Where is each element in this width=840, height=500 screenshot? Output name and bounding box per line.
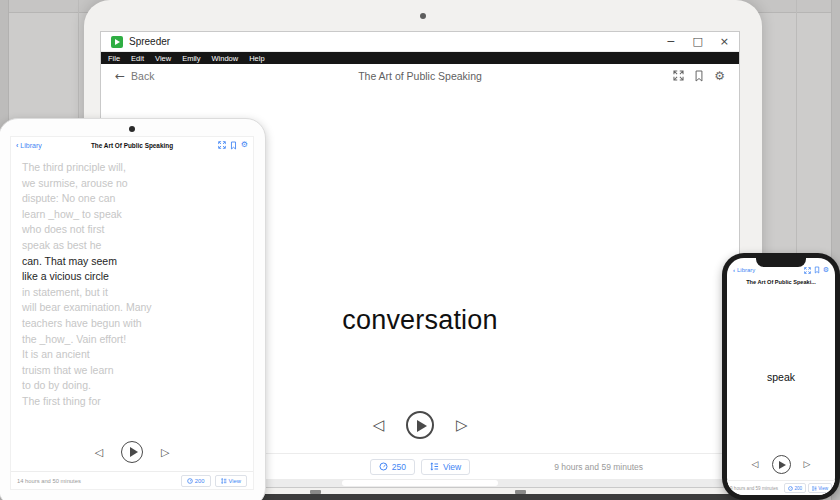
- view-label: View: [229, 478, 241, 484]
- library-label: Library: [737, 267, 755, 273]
- text-line: The third principle will,: [22, 160, 242, 176]
- laptop-foot: [515, 490, 526, 494]
- menu-item-file[interactable]: File: [108, 54, 120, 63]
- settings-gear-icon[interactable]: ⚙: [823, 267, 829, 274]
- fullscreen-icon[interactable]: [673, 70, 684, 81]
- menu-item-edit[interactable]: Edit: [131, 54, 144, 63]
- time-remaining: 14 hours and 50 minutes: [17, 478, 81, 484]
- settings-gear-icon[interactable]: ⚙: [714, 70, 725, 82]
- text-line: The first thing for: [22, 394, 242, 410]
- menu-item-emily[interactable]: Emily: [182, 54, 200, 63]
- text-line: truism that we learn: [22, 363, 242, 379]
- back-button[interactable]: ← Back: [115, 69, 154, 83]
- tablet-header-icons: ⚙: [218, 141, 248, 150]
- view-label: View: [443, 462, 461, 472]
- view-label: View: [818, 486, 828, 491]
- view-button[interactable]: View: [808, 483, 832, 493]
- phone-playback-controls: ◁ ▷: [727, 455, 835, 474]
- chevron-left-icon: ‹: [733, 267, 735, 273]
- text-line: speak as best he: [22, 238, 242, 254]
- menu-item-window[interactable]: Window: [212, 54, 239, 63]
- previous-icon[interactable]: ◁: [95, 447, 103, 458]
- bookmark-icon[interactable]: [230, 141, 237, 150]
- phone-header-icons: ⚙: [804, 266, 829, 274]
- play-icon[interactable]: [121, 441, 143, 463]
- next-icon[interactable]: ▷: [804, 460, 811, 469]
- bookmark-icon[interactable]: [814, 266, 820, 274]
- reader-header: ← Back The Art of Public Speaking ⚙: [101, 64, 739, 87]
- tablet-document-title: The Art Of Public Speaking: [11, 142, 253, 149]
- previous-icon[interactable]: ◁: [752, 460, 759, 469]
- text-line: It is an ancient: [22, 347, 242, 363]
- view-mode-icon: [812, 486, 817, 491]
- text-line: like a vicious circle: [22, 269, 242, 285]
- backdrop-seam-left: [78, 0, 79, 120]
- text-line: to do by doing.: [22, 378, 242, 394]
- view-button[interactable]: View: [215, 475, 247, 487]
- play-icon[interactable]: [772, 455, 791, 474]
- footer-buttons: 250 View: [370, 459, 470, 475]
- speed-button[interactable]: 200: [784, 483, 806, 493]
- laptop-foot: [310, 490, 321, 494]
- text-line: teachers have begun with: [22, 316, 242, 332]
- footer-buttons: 200 View: [181, 475, 247, 487]
- phone-document-title: The Art Of Public Speaki...: [727, 279, 835, 285]
- document-title: The Art of Public Speaking: [101, 70, 739, 82]
- bookmark-icon[interactable]: [694, 70, 704, 82]
- play-icon[interactable]: [406, 411, 434, 439]
- minimize-button[interactable]: −: [666, 36, 675, 47]
- chevron-left-icon: ‹: [16, 142, 18, 149]
- tablet-text: The third principle will,we surmise, aro…: [11, 153, 253, 410]
- speed-button[interactable]: 200: [181, 475, 211, 487]
- speedometer-icon: [379, 462, 388, 471]
- phone-device: ‹ Library ⚙ The Art Of Public Speaki... …: [722, 253, 840, 500]
- next-icon[interactable]: ▷: [161, 447, 169, 458]
- view-mode-icon: [221, 478, 227, 484]
- time-remaining: 9 hours and 59 minutes: [730, 486, 778, 491]
- fullscreen-icon[interactable]: [218, 141, 226, 149]
- menu-bar: File Edit View Emily Window Help: [101, 52, 739, 64]
- back-label: Back: [131, 70, 154, 82]
- view-mode-icon: [430, 462, 439, 471]
- text-line: in statement, but it: [22, 285, 242, 301]
- speed-value: 200: [195, 478, 205, 484]
- header-icon-group: ⚙: [673, 70, 725, 82]
- text-line: dispute: No one can: [22, 191, 242, 207]
- maximize-button[interactable]: □: [692, 36, 702, 47]
- back-arrow-icon: ←: [115, 69, 125, 83]
- text-line: can. That may seem: [22, 254, 242, 270]
- speed-value: 250: [392, 462, 406, 472]
- phone-library-back-button[interactable]: ‹ Library: [733, 267, 755, 273]
- view-button[interactable]: View: [421, 459, 470, 475]
- current-word: speak: [727, 371, 835, 383]
- text-line: the _how_. Vain effort!: [22, 332, 242, 348]
- footer-buttons: 200 View: [784, 483, 832, 493]
- tablet-screen: ‹ Library The Art Of Public Speaking ⚙ T…: [10, 136, 254, 490]
- library-label: Library: [20, 142, 41, 149]
- phone-footer: 9 hours and 59 minutes 200 View: [727, 480, 835, 495]
- tablet-device: ‹ Library The Art Of Public Speaking ⚙ T…: [0, 118, 266, 500]
- menu-item-view[interactable]: View: [155, 54, 171, 63]
- tablet-header: ‹ Library The Art Of Public Speaking ⚙: [11, 137, 253, 153]
- phone-notch: [756, 258, 806, 267]
- phone-screen: ‹ Library ⚙ The Art Of Public Speaki... …: [727, 258, 835, 495]
- spreeder-app-icon: [111, 36, 123, 48]
- text-line: we surmise, arouse no: [22, 176, 242, 192]
- text-line: learn _how_ to speak: [22, 207, 242, 223]
- speed-value: 200: [794, 486, 802, 491]
- tablet-camera-dot: [129, 126, 135, 132]
- previous-icon[interactable]: ◁: [372, 418, 384, 433]
- speedometer-icon: [788, 486, 793, 491]
- menu-item-help[interactable]: Help: [249, 54, 264, 63]
- speedometer-icon: [187, 478, 193, 484]
- next-icon[interactable]: ▷: [456, 418, 468, 433]
- speed-button[interactable]: 250: [370, 459, 415, 475]
- scrollbar-thumb[interactable]: [342, 480, 498, 486]
- tablet-playback-controls: ◁ ▷: [11, 441, 253, 463]
- tablet-library-back-button[interactable]: ‹ Library: [16, 142, 42, 149]
- fullscreen-icon[interactable]: [804, 267, 811, 274]
- laptop-camera-dot: [420, 13, 426, 19]
- close-button[interactable]: ×: [720, 36, 729, 47]
- settings-gear-icon[interactable]: ⚙: [241, 141, 248, 149]
- time-remaining: 9 hours and 59 minutes: [470, 462, 739, 472]
